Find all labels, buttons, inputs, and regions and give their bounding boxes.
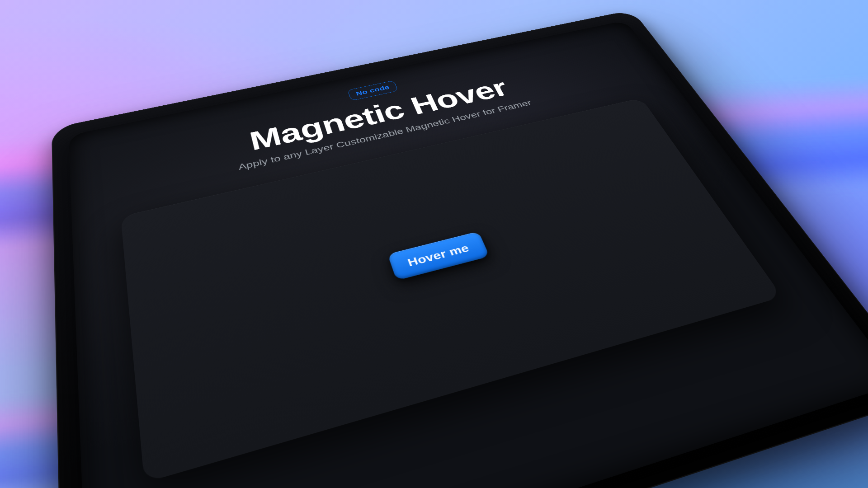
hover-me-button[interactable]: Hover me — [387, 231, 490, 281]
device-frame: No code Magnetic Hover Apply to any Laye… — [52, 10, 868, 488]
scene-3d: No code Magnetic Hover Apply to any Laye… — [0, 0, 868, 488]
demo-panel: Hover me — [121, 98, 782, 483]
app-screen: No code Magnetic Hover Apply to any Laye… — [69, 20, 868, 488]
